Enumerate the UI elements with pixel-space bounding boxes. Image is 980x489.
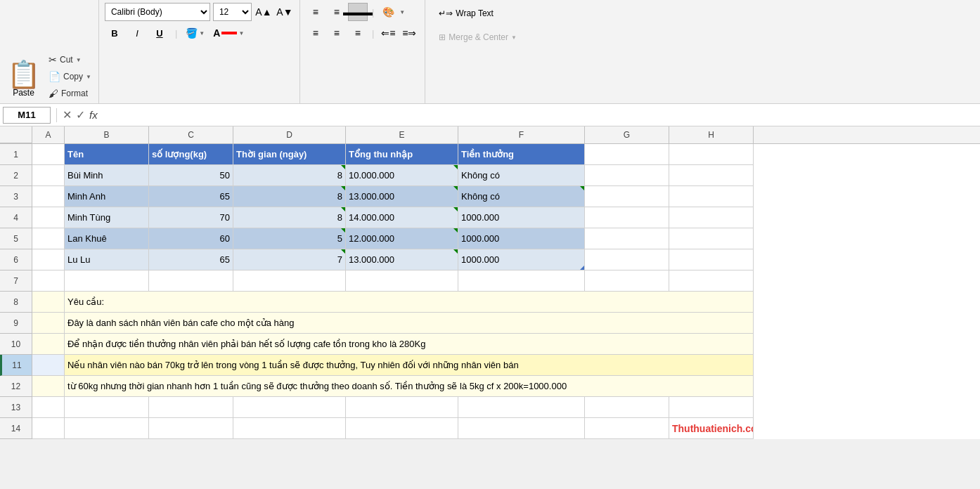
format-button[interactable]: 🖌 Format <box>46 86 94 100</box>
cell-h4[interactable] <box>669 207 754 228</box>
align-top-left-button[interactable]: ≡ <box>306 3 325 21</box>
cell-a6[interactable] <box>32 249 65 270</box>
row-header-12[interactable]: 12 <box>0 376 32 397</box>
cell-a8[interactable] <box>32 292 65 313</box>
align-bottom-button[interactable]: ▬▬▬ <box>348 3 368 21</box>
cell-f1[interactable]: Tiền thưởng <box>458 144 585 165</box>
cell-b12-merged[interactable]: từ 60kg nhưng thời gian nhanh hơn 1 tuần… <box>65 376 754 397</box>
italic-button[interactable]: I <box>127 24 147 42</box>
cell-c14[interactable] <box>149 418 233 439</box>
cell-a7[interactable] <box>32 270 65 292</box>
row-header-2[interactable]: 2 <box>0 165 32 186</box>
cell-b3[interactable]: Minh Anh <box>65 186 149 207</box>
col-header-a[interactable]: A <box>32 126 65 143</box>
decrease-indent-button[interactable]: ⇐≡ <box>378 24 398 42</box>
cell-c2[interactable]: 50 <box>149 165 233 186</box>
cell-b14[interactable] <box>65 418 149 439</box>
copy-button[interactable]: 📄 Copy ▼ <box>46 70 94 84</box>
cell-h7[interactable] <box>669 270 754 292</box>
cell-c7[interactable] <box>149 270 233 292</box>
cell-b5[interactable]: Lan Khuê <box>65 228 149 249</box>
cell-g14[interactable] <box>585 418 669 439</box>
cell-a9[interactable] <box>32 313 65 334</box>
cell-d5[interactable]: 5 <box>233 228 346 249</box>
col-header-f[interactable]: F <box>458 126 585 143</box>
cell-e14[interactable] <box>346 418 458 439</box>
cell-f4[interactable]: 1000.000 <box>458 207 585 228</box>
row-header-6[interactable]: 6 <box>0 249 32 270</box>
cell-f7[interactable] <box>458 270 585 292</box>
cell-reference-box[interactable]: M11 <box>3 107 51 124</box>
font-family-select[interactable]: Calibri (Body) <box>105 3 210 21</box>
cell-f3[interactable]: Không có <box>458 186 585 207</box>
cell-a2[interactable] <box>32 165 65 186</box>
cell-d3[interactable]: 8 <box>233 186 346 207</box>
cell-e13[interactable] <box>346 397 458 418</box>
cell-d1[interactable]: Thời gian (ngày) <box>233 144 346 165</box>
cell-g3[interactable] <box>585 186 669 207</box>
decrease-font-button[interactable]: A▼ <box>276 3 294 21</box>
row-header-5[interactable]: 5 <box>0 228 32 249</box>
cell-e6[interactable]: 13.000.000 <box>346 249 458 270</box>
row-header-8[interactable]: 8 <box>0 292 32 313</box>
cell-a5[interactable] <box>32 228 65 249</box>
cell-g6[interactable] <box>585 249 669 270</box>
cell-g13[interactable] <box>585 397 669 418</box>
align-right-button[interactable]: ≡ <box>348 24 368 42</box>
row-header-11[interactable]: 11 <box>0 355 32 376</box>
col-header-e[interactable]: E <box>346 126 458 143</box>
cell-h5[interactable] <box>669 228 754 249</box>
cut-button[interactable]: ✂ Cut ▼ <box>46 53 94 67</box>
font-size-select[interactable]: 12 <box>213 3 252 21</box>
cell-g1[interactable] <box>585 144 669 165</box>
cell-c13[interactable] <box>149 397 233 418</box>
row-header-7[interactable]: 7 <box>0 270 32 292</box>
merge-center-button[interactable]: ⊞ Merge & Center ▼ <box>434 27 522 48</box>
cell-d13[interactable] <box>233 397 346 418</box>
cell-b9-merged[interactable]: Đây là danh sách nhân viên bán cafe cho … <box>65 313 754 334</box>
cell-e4[interactable]: 14.000.000 <box>346 207 458 228</box>
cell-d4[interactable]: 8 <box>233 207 346 228</box>
cell-g7[interactable] <box>585 270 669 292</box>
align-center-button[interactable]: ≡ <box>327 24 347 42</box>
cell-a10[interactable] <box>32 334 65 355</box>
wrap-text-button[interactable]: ↵⇒ Wrap Text <box>434 3 522 24</box>
cell-a14[interactable] <box>32 418 65 439</box>
row-header-13[interactable]: 13 <box>0 397 32 418</box>
col-header-g[interactable]: G <box>585 126 669 143</box>
bold-button[interactable]: B <box>105 24 124 42</box>
cell-c5[interactable]: 60 <box>149 228 233 249</box>
row-header-1[interactable]: 1 <box>0 144 32 165</box>
cell-a12[interactable] <box>32 376 65 397</box>
cell-h3[interactable] <box>669 186 754 207</box>
cell-b7[interactable] <box>65 270 149 292</box>
cell-g2[interactable] <box>585 165 669 186</box>
cell-b1[interactable]: Tên <box>65 144 149 165</box>
align-left-button[interactable]: ≡ <box>306 24 325 42</box>
cell-a13[interactable] <box>32 397 65 418</box>
cell-f6[interactable]: 1000.000 <box>458 249 585 270</box>
cell-b11-merged[interactable]: Nếu nhân viên nào bán 70kg trở lên trong… <box>65 355 754 376</box>
cell-b13[interactable] <box>65 397 149 418</box>
row-header-3[interactable]: 3 <box>0 186 32 207</box>
cell-b8-merged[interactable]: Yêu cầu: <box>65 292 754 313</box>
cell-c4[interactable]: 70 <box>149 207 233 228</box>
cell-c1[interactable]: số lượng(kg) <box>149 144 233 165</box>
fill-color-button2[interactable]: 🎨 <box>378 3 398 21</box>
paste-button[interactable]: 📋 Paste <box>4 58 43 100</box>
cell-a3[interactable] <box>32 186 65 207</box>
insert-function-icon[interactable]: fx <box>89 109 98 121</box>
row-header-4[interactable]: 4 <box>0 207 32 228</box>
cell-d6[interactable]: 7 <box>233 249 346 270</box>
cell-d2[interactable]: 8 <box>233 165 346 186</box>
cell-f14[interactable] <box>458 418 585 439</box>
confirm-formula-icon[interactable]: ✓ <box>76 108 85 122</box>
cell-e1[interactable]: Tổng thu nhập <box>346 144 458 165</box>
cell-b10-merged[interactable]: Để nhận được tiền thưởng nhân viên phải … <box>65 334 754 355</box>
cell-h2[interactable] <box>669 165 754 186</box>
cell-c3[interactable]: 65 <box>149 186 233 207</box>
row-header-9[interactable]: 9 <box>0 313 32 334</box>
col-header-d[interactable]: D <box>233 126 346 143</box>
row-header-10[interactable]: 10 <box>0 334 32 355</box>
cell-a11[interactable] <box>32 355 65 376</box>
